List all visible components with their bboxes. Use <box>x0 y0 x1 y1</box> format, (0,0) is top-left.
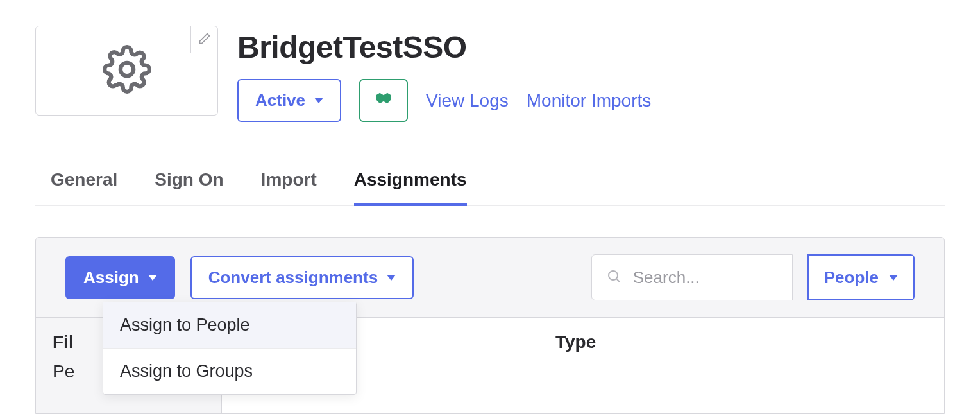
view-logs-link[interactable]: View Logs <box>426 91 509 111</box>
handshake-icon <box>375 91 393 110</box>
chevron-down-icon <box>314 98 323 103</box>
search-box[interactable] <box>591 254 793 300</box>
assignments-panel: Assign Convert assignments People <box>35 237 945 414</box>
svg-point-1 <box>609 271 618 280</box>
assign-to-groups-item[interactable]: Assign to Groups <box>103 349 356 394</box>
page-title: BridgetTestSSO <box>237 30 651 65</box>
app-logo-box <box>35 26 218 116</box>
people-filter-label: People <box>824 268 879 288</box>
tab-bar: General Sign On Import Assignments <box>35 169 945 206</box>
handshake-button[interactable] <box>359 79 408 122</box>
tab-sign-on[interactable]: Sign On <box>155 169 223 205</box>
people-filter-dropdown[interactable]: People <box>807 254 915 300</box>
edit-logo-button[interactable] <box>190 26 217 53</box>
status-label: Active <box>255 91 305 110</box>
tab-assignments[interactable]: Assignments <box>354 169 467 206</box>
chevron-down-icon <box>148 275 157 281</box>
svg-point-0 <box>120 63 133 76</box>
status-dropdown[interactable]: Active <box>237 79 341 122</box>
assign-to-people-item[interactable]: Assign to People <box>103 302 356 349</box>
search-input[interactable] <box>633 268 781 288</box>
tab-general[interactable]: General <box>51 169 117 205</box>
gear-icon <box>103 45 151 96</box>
monitor-imports-link[interactable]: Monitor Imports <box>527 91 652 111</box>
assign-label: Assign <box>83 268 139 288</box>
chevron-down-icon <box>889 275 898 281</box>
convert-assignments-button[interactable]: Convert assignments <box>190 256 414 299</box>
assign-dropdown-menu: Assign to People Assign to Groups <box>103 302 357 395</box>
assign-button[interactable]: Assign <box>65 256 175 299</box>
search-icon <box>606 268 621 286</box>
tab-import[interactable]: Import <box>261 169 317 205</box>
pencil-icon <box>198 32 211 48</box>
chevron-down-icon <box>387 275 396 281</box>
convert-label: Convert assignments <box>208 268 378 288</box>
